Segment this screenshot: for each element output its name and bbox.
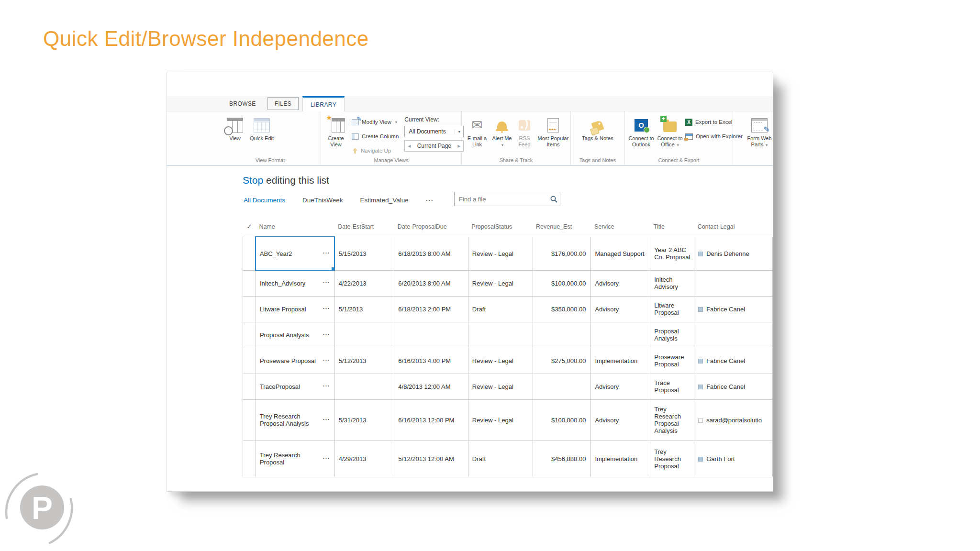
- cell-contact[interactable]: sarad@portalsolutio: [694, 399, 773, 441]
- cell-proposalstatus[interactable]: Review - Legal: [468, 348, 533, 374]
- column-header-proposalstatus[interactable]: ProposalStatus: [468, 217, 533, 237]
- select-all-checkmark[interactable]: ✓: [243, 217, 256, 237]
- cell-title[interactable]: Trey Research Proposal: [650, 441, 694, 477]
- cell-revenue[interactable]: $176,000.00: [533, 237, 591, 270]
- page-navigator[interactable]: ◀ Current Page ▶: [404, 140, 464, 152]
- connect-outlook-button[interactable]: O Connect to Outlook: [627, 114, 656, 148]
- row-menu-ellipsis[interactable]: ···: [323, 331, 330, 338]
- cell-date-proposaldue[interactable]: 6/20/2013 8:00 AM: [394, 270, 468, 296]
- email-link-button[interactable]: ✉ E-mail a Link: [464, 114, 490, 148]
- cell-revenue[interactable]: $100,000.00: [533, 270, 591, 296]
- cell-name[interactable]: Trey Research Proposal Analysis···: [256, 399, 334, 441]
- cell-name[interactable]: Trey Research Proposal···: [256, 441, 334, 477]
- tags-notes-button[interactable]: Tags & Notes: [581, 114, 614, 142]
- view-link-duethisweek[interactable]: DueThisWeek: [302, 197, 343, 204]
- row-menu-ellipsis[interactable]: ···: [323, 357, 330, 364]
- cell-revenue[interactable]: $456,888.00: [533, 441, 591, 477]
- cell-date-proposaldue[interactable]: 6/16/2013 12:00 PM: [394, 399, 468, 441]
- cell-service[interactable]: Advisory: [591, 399, 650, 441]
- tab-library[interactable]: LIBRARY: [302, 96, 345, 111]
- row-selector-cell[interactable]: [243, 270, 256, 296]
- column-header-name[interactable]: Name: [256, 217, 334, 237]
- alert-me-button[interactable]: Alert Me ▾: [490, 114, 513, 148]
- create-column-button[interactable]: Create Column: [352, 131, 399, 142]
- search-input[interactable]: [455, 196, 547, 203]
- export-to-excel-button[interactable]: X Export to Excel: [685, 116, 731, 128]
- cell-revenue[interactable]: $350,000.00: [533, 296, 591, 322]
- cell-date-eststart[interactable]: 4/29/2013: [334, 441, 394, 477]
- cell-revenue[interactable]: $100,000.00: [533, 399, 591, 441]
- cell-date-eststart[interactable]: 4/22/2013: [334, 270, 394, 296]
- cell-revenue[interactable]: $275,000.00: [533, 348, 591, 374]
- current-view-dropdown[interactable]: All Documents ▾: [404, 126, 464, 137]
- row-selector-cell[interactable]: [243, 441, 256, 477]
- cell-service[interactable]: Advisory: [591, 270, 650, 296]
- cell-date-proposaldue[interactable]: 4/8/2013 12:00 AM: [394, 374, 468, 399]
- cell-name[interactable]: Litware Proposal···: [256, 296, 334, 322]
- search-icon[interactable]: [547, 195, 560, 203]
- cell-contact[interactable]: Fabrice Canel: [694, 374, 773, 399]
- cell-name[interactable]: TraceProposal···: [256, 374, 334, 399]
- open-with-explorer-button[interactable]: Open with Explorer: [685, 131, 731, 142]
- cell-service[interactable]: Implementation: [591, 348, 650, 374]
- tab-files[interactable]: FILES: [267, 97, 299, 110]
- modify-view-button[interactable]: ✎ Modify View ▾: [352, 116, 399, 128]
- row-menu-ellipsis[interactable]: ···: [323, 455, 330, 462]
- cell-contact[interactable]: [694, 322, 773, 348]
- cell-date-eststart[interactable]: 5/1/2013: [334, 296, 394, 322]
- cell-proposalstatus[interactable]: Draft: [468, 296, 533, 322]
- cell-proposalstatus[interactable]: Review - Legal: [468, 237, 533, 270]
- cell-date-proposaldue[interactable]: 6/16/2013 4:00 PM: [394, 348, 468, 374]
- stop-editing-link[interactable]: Stop: [243, 175, 263, 186]
- cell-title[interactable]: Trey Research Proposal Analysis: [650, 399, 694, 441]
- row-menu-ellipsis[interactable]: ···: [323, 305, 330, 312]
- cell-title[interactable]: Proposal Analysis: [650, 322, 694, 348]
- cell-title[interactable]: Initech Advisory: [650, 270, 694, 296]
- cell-date-eststart[interactable]: 5/31/2013: [334, 399, 394, 441]
- row-selector-cell[interactable]: [243, 348, 256, 374]
- row-selector-cell[interactable]: [243, 296, 256, 322]
- cell-date-proposaldue[interactable]: [394, 322, 468, 348]
- tab-browse[interactable]: BROWSE: [221, 96, 265, 111]
- cell-name[interactable]: Proposal Analysis···: [256, 322, 334, 348]
- previous-page-icon[interactable]: ◀: [408, 144, 411, 148]
- cell-title[interactable]: Litware Proposal: [650, 296, 694, 322]
- cell-contact[interactable]: [694, 270, 773, 296]
- create-view-button[interactable]: ★ Create View: [323, 114, 349, 148]
- column-header-revenue-est[interactable]: Revenue_Est: [533, 217, 591, 237]
- row-selector-cell[interactable]: [243, 322, 256, 348]
- cell-service[interactable]: Advisory: [591, 296, 650, 322]
- row-selector-cell[interactable]: [243, 374, 256, 399]
- quick-edit-button[interactable]: Quick Edit: [248, 114, 275, 142]
- most-popular-items-button[interactable]: ★★★ Most Popular Items: [535, 114, 571, 148]
- cell-name[interactable]: ABC_Year2···: [256, 237, 334, 270]
- cell-date-eststart[interactable]: 5/15/2013: [334, 237, 394, 270]
- cell-proposalstatus[interactable]: Review - Legal: [468, 399, 533, 441]
- view-button[interactable]: View: [222, 114, 248, 142]
- cell-revenue[interactable]: [533, 374, 591, 399]
- cell-contact[interactable]: Garth Fort: [694, 441, 773, 477]
- view-link-all-documents[interactable]: All Documents: [244, 197, 285, 204]
- cell-title[interactable]: Year 2 ABC Co. Proposal: [650, 237, 694, 270]
- cell-date-proposaldue[interactable]: 6/18/2013 8:00 AM: [394, 237, 468, 270]
- column-header-contact-legal[interactable]: Contact-Legal: [694, 217, 773, 237]
- column-header-title[interactable]: Title: [650, 217, 694, 237]
- row-menu-ellipsis[interactable]: ···: [323, 250, 330, 256]
- cell-proposalstatus[interactable]: Review - Legal: [468, 374, 533, 399]
- view-link-estimated-value[interactable]: Estimated_Value: [360, 197, 409, 204]
- cell-contact[interactable]: Fabrice Canel: [694, 348, 773, 374]
- cell-service[interactable]: Advisory: [591, 374, 650, 399]
- connect-office-button[interactable]: + Connect to Office ▾: [656, 114, 684, 148]
- cell-name[interactable]: Proseware Proposal···: [256, 348, 334, 374]
- cell-contact[interactable]: Fabrice Canel: [694, 296, 773, 322]
- cell-date-eststart[interactable]: [334, 374, 394, 399]
- cell-revenue[interactable]: [533, 322, 591, 348]
- cell-proposalstatus[interactable]: Review - Legal: [468, 270, 533, 296]
- row-menu-ellipsis[interactable]: ···: [323, 416, 330, 423]
- cell-proposalstatus[interactable]: Draft: [468, 441, 533, 477]
- cell-date-proposaldue[interactable]: 6/18/2013 2:00 PM: [394, 296, 468, 322]
- row-menu-ellipsis[interactable]: ···: [323, 279, 330, 286]
- next-page-icon[interactable]: ▶: [457, 144, 460, 148]
- row-selector-cell[interactable]: [243, 399, 256, 441]
- column-header-date-proposaldue[interactable]: Date-ProposalDue: [394, 217, 468, 237]
